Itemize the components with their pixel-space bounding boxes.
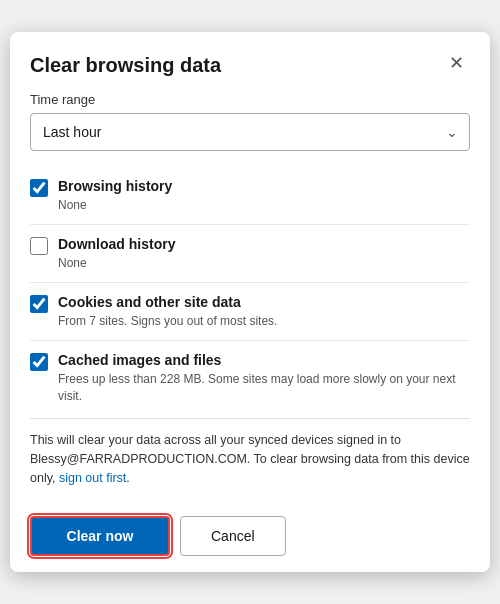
browsing-history-desc: None bbox=[58, 197, 470, 214]
sign-out-first-link[interactable]: sign out first bbox=[59, 471, 126, 485]
list-item: Cached images and files Frees up less th… bbox=[30, 340, 470, 415]
cookies-desc: From 7 sites. Signs you out of most site… bbox=[58, 313, 470, 330]
time-range-select-wrapper: Last hour Last 24 hours Last 7 days Last… bbox=[30, 113, 470, 151]
info-text-after: . bbox=[126, 471, 129, 485]
list-item: Cookies and other site data From 7 sites… bbox=[30, 282, 470, 340]
cached-desc: Frees up less than 228 MB. Some sites ma… bbox=[58, 371, 470, 405]
download-history-desc: None bbox=[58, 255, 470, 272]
download-history-label[interactable]: Download history bbox=[58, 236, 175, 252]
clear-now-button[interactable]: Clear now bbox=[30, 516, 170, 556]
cookies-checkbox[interactable] bbox=[30, 295, 48, 313]
close-button[interactable]: ✕ bbox=[443, 52, 470, 74]
time-range-label: Time range bbox=[30, 92, 470, 107]
dialog-body: Time range Last hour Last 24 hours Last … bbox=[10, 88, 490, 503]
list-item: Download history None bbox=[30, 224, 470, 282]
browsing-history-checkbox-wrap bbox=[30, 179, 48, 201]
cookies-label[interactable]: Cookies and other site data bbox=[58, 294, 241, 310]
cached-label[interactable]: Cached images and files bbox=[58, 352, 221, 368]
dialog-title: Clear browsing data bbox=[30, 52, 221, 78]
dialog-footer: Clear now Cancel bbox=[10, 504, 490, 572]
browsing-history-checkbox[interactable] bbox=[30, 179, 48, 197]
dialog-header: Clear browsing data ✕ bbox=[10, 32, 490, 88]
time-range-select[interactable]: Last hour Last 24 hours Last 7 days Last… bbox=[30, 113, 470, 151]
info-text: This will clear your data across all you… bbox=[30, 418, 470, 503]
cancel-button[interactable]: Cancel bbox=[180, 516, 286, 556]
download-history-checkbox-wrap bbox=[30, 237, 48, 259]
clear-browsing-data-dialog: Clear browsing data ✕ Time range Last ho… bbox=[10, 32, 490, 571]
cookies-checkbox-wrap bbox=[30, 295, 48, 317]
cached-checkbox-wrap bbox=[30, 353, 48, 375]
browsing-history-label[interactable]: Browsing history bbox=[58, 178, 172, 194]
list-item: Browsing history None bbox=[30, 167, 470, 224]
download-history-checkbox[interactable] bbox=[30, 237, 48, 255]
cached-checkbox[interactable] bbox=[30, 353, 48, 371]
